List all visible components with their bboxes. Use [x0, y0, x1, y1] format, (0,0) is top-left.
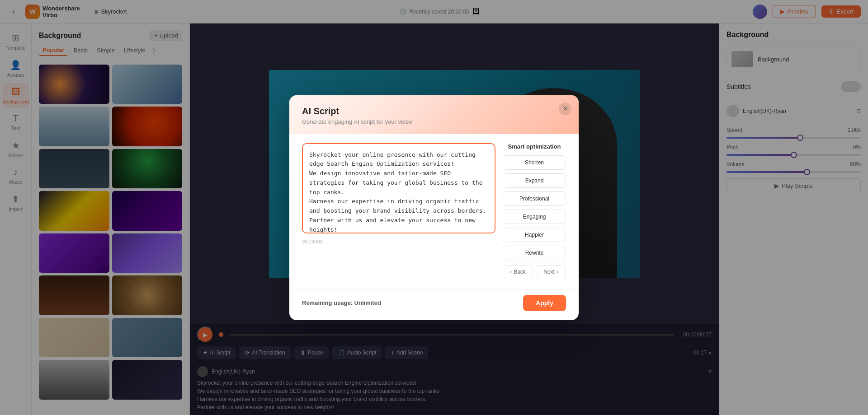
ai-script-modal: AI Script Generate engaging AI script fo…	[289, 95, 579, 320]
opt-happier-button[interactable]: Happier	[503, 228, 566, 242]
shorten-label: Shorten	[525, 159, 544, 166]
smart-opt-title: Smart optimization	[503, 143, 566, 150]
modal-overlay: AI Script Generate engaging AI script fo…	[0, 0, 868, 415]
apply-button[interactable]: Apply	[523, 295, 566, 311]
back-chevron-icon: ‹	[510, 269, 512, 275]
expand-label: Expand	[525, 177, 544, 184]
engaging-label: Engaging	[523, 214, 546, 220]
remaining-usage: Remaining usage: Unlimited	[302, 299, 381, 306]
opt-rewrite-button[interactable]: Rewrite	[503, 246, 566, 260]
remaining-value: Unlimited	[354, 299, 381, 306]
professional-label: Professional	[519, 196, 549, 202]
back-nav-button[interactable]: ‹ Back	[503, 266, 533, 278]
next-label: Next	[543, 269, 555, 275]
happier-label: Happier	[525, 232, 544, 238]
modal-subtitle: Generate engaging AI script for your vid…	[302, 118, 566, 125]
rewrite-label: Rewrite	[525, 250, 544, 256]
char-count: 351/4000	[302, 238, 495, 245]
opt-shorten-button[interactable]: Shorten	[503, 155, 566, 170]
remaining-label: Remaining usage:	[302, 299, 353, 306]
opt-engaging-button[interactable]: Engaging	[503, 210, 566, 224]
back-label: Back	[514, 269, 526, 275]
modal-textarea[interactable]: Skyrocket your online presence with our …	[302, 143, 495, 233]
opt-expand-button[interactable]: Expand	[503, 173, 566, 188]
modal-close-button[interactable]: ✕	[559, 103, 571, 115]
close-icon: ✕	[562, 104, 568, 113]
apply-label: Apply	[536, 299, 553, 307]
nav-buttons: ‹ Back Next ›	[503, 266, 566, 278]
next-chevron-icon: ›	[557, 269, 558, 275]
opt-professional-button[interactable]: Professional	[503, 191, 566, 206]
modal-header: AI Script Generate engaging AI script fo…	[289, 95, 579, 134]
smart-optimization-panel: Smart optimization Shorten Expand Profes…	[503, 143, 566, 278]
modal-textarea-wrap: Skyrocket your online presence with our …	[302, 143, 495, 278]
modal-body: Skyrocket your online presence with our …	[289, 134, 579, 289]
next-nav-button[interactable]: Next ›	[536, 266, 566, 278]
modal-footer: Remaining usage: Unlimited Apply	[289, 289, 579, 320]
modal-title: AI Script	[302, 106, 566, 117]
